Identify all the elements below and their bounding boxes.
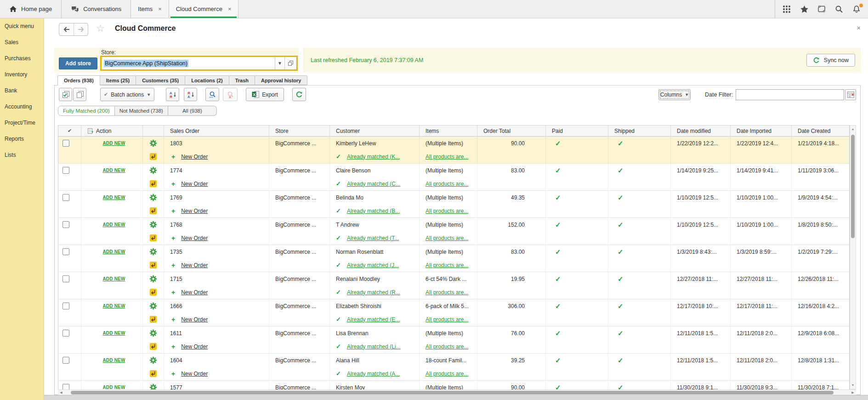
row-checkbox[interactable]: [62, 357, 69, 364]
already-matched-link[interactable]: Already matched (T...: [347, 235, 399, 241]
add-store-button[interactable]: Add store: [59, 57, 97, 69]
row-checkbox[interactable]: [62, 303, 69, 309]
date-filter-input[interactable]: [736, 89, 844, 100]
header-gear[interactable]: [143, 126, 164, 136]
row-checkbox[interactable]: [62, 140, 69, 147]
row-actions-gear-button[interactable]: [149, 194, 157, 201]
add-new-link[interactable]: ADD NEW: [102, 385, 125, 389]
new-order-link[interactable]: New Order: [181, 181, 208, 187]
row-actions-gear-button[interactable]: [149, 356, 157, 364]
already-matched-link[interactable]: Already matched (Li...: [347, 343, 401, 350]
refresh-button[interactable]: [292, 88, 306, 101]
header-customer[interactable]: Customer: [330, 126, 420, 136]
tab-trash[interactable]: Trash: [229, 75, 255, 85]
clear-search-button[interactable]: [223, 88, 238, 101]
header-items[interactable]: Items: [420, 126, 477, 136]
favorite-star-icon[interactable]: ☆: [96, 23, 105, 33]
all-products-link[interactable]: All products are...: [425, 343, 468, 350]
page-close-icon[interactable]: ×: [857, 24, 861, 31]
new-order-link[interactable]: New Order: [181, 343, 208, 350]
header-store[interactable]: Store: [269, 126, 330, 136]
all-products-link[interactable]: All products are...: [425, 208, 468, 214]
apps-grid-button[interactable]: [779, 2, 794, 16]
add-new-link[interactable]: ADD NEW: [102, 141, 125, 146]
already-matched-link[interactable]: Already matched (J...: [347, 262, 399, 269]
export-button[interactable]: X Export: [246, 88, 284, 101]
tab-orders-938[interactable]: Orders (938): [57, 75, 100, 86]
search-rows-button[interactable]: [205, 88, 219, 101]
row-actions-gear-button[interactable]: [149, 221, 157, 229]
select-all-button[interactable]: [59, 88, 72, 101]
sidebar-item-project-time[interactable]: Project/Time: [0, 115, 44, 131]
row-checkbox[interactable]: [62, 194, 69, 201]
new-order-link[interactable]: New Order: [181, 316, 208, 323]
row-checkbox[interactable]: [62, 167, 69, 174]
already-matched-link[interactable]: Already matched (E...: [347, 316, 400, 323]
row-actions-gear-button[interactable]: [149, 166, 157, 174]
open-store-external-button[interactable]: [284, 57, 296, 69]
new-order-link[interactable]: New Order: [181, 208, 208, 214]
store-combobox-value[interactable]: BigCommerce App (ShipStation): [102, 57, 275, 69]
close-tab-icon[interactable]: ×: [158, 6, 162, 12]
vertical-scrollbar[interactable]: ▲ ▼: [850, 125, 856, 389]
all-products-link[interactable]: All products are...: [425, 154, 468, 160]
close-tab-icon[interactable]: ×: [228, 6, 232, 12]
forward-button[interactable]: [74, 23, 88, 35]
back-button[interactable]: [59, 23, 74, 35]
all-products-link[interactable]: All products are...: [425, 289, 468, 296]
header-shipped[interactable]: Shipped: [608, 126, 671, 136]
add-new-link[interactable]: ADD NEW: [102, 195, 125, 200]
row-actions-gear-button[interactable]: [149, 329, 157, 337]
row-checkbox[interactable]: [62, 248, 69, 255]
columns-button[interactable]: Columns ▼: [658, 89, 691, 100]
new-order-link[interactable]: New Order: [181, 371, 208, 377]
all-products-link[interactable]: All products are...: [425, 181, 468, 187]
doc-tab-cloud-commerce[interactable]: Cloud Commerce ×: [169, 0, 239, 18]
row-actions-gear-button[interactable]: [149, 248, 157, 256]
add-new-link[interactable]: ADD NEW: [102, 249, 125, 254]
scroll-down-arrow-icon[interactable]: ▼: [850, 382, 856, 389]
row-checkbox[interactable]: [62, 330, 69, 337]
sidebar-item-bank[interactable]: Bank: [0, 83, 44, 99]
topbar-item-conversations[interactable]: Conversations: [62, 0, 131, 18]
row-checkbox[interactable]: [62, 384, 69, 389]
new-order-link[interactable]: New Order: [181, 235, 208, 241]
add-new-link[interactable]: ADD NEW: [102, 276, 125, 281]
sync-now-button[interactable]: Sync now: [806, 54, 855, 67]
header-action[interactable]: Action: [81, 126, 143, 136]
header-order-total[interactable]: Order Total: [477, 126, 546, 136]
row-checkbox[interactable]: [62, 221, 69, 228]
add-new-link[interactable]: ADD NEW: [102, 358, 125, 363]
already-matched-link[interactable]: Already matched (B...: [347, 208, 400, 214]
sidebar-item-accounting[interactable]: Accounting: [0, 99, 44, 115]
sidebar-item-quick-menu[interactable]: Quick menu: [0, 18, 44, 34]
already-matched-link[interactable]: Already matched (K...: [347, 154, 400, 160]
sort-ascending-button[interactable]: АЯ: [166, 88, 179, 101]
doc-tab-items[interactable]: Items ×: [131, 0, 169, 18]
tab-items-25[interactable]: Items (25): [100, 75, 136, 85]
new-order-link[interactable]: New Order: [181, 262, 208, 269]
sidebar-item-inventory[interactable]: Inventory: [0, 67, 44, 83]
vertical-scrollbar-thumb[interactable]: [851, 135, 855, 238]
sidebar-item-sales[interactable]: Sales: [0, 34, 44, 51]
already-matched-link[interactable]: Already matched (A...: [347, 371, 400, 377]
date-filter-calendar-button[interactable]: [845, 89, 856, 100]
filter-all-938[interactable]: All (938): [168, 106, 217, 116]
all-products-link[interactable]: All products are...: [425, 316, 468, 323]
add-new-link[interactable]: ADD NEW: [102, 331, 125, 336]
tab-customers-35[interactable]: Customers (35): [136, 75, 185, 85]
copy-selection-button[interactable]: [73, 88, 86, 101]
chevron-down-icon[interactable]: ▼: [275, 57, 284, 69]
sort-descending-button[interactable]: ЯА: [184, 88, 197, 101]
all-products-link[interactable]: All products are...: [425, 235, 468, 241]
already-matched-link[interactable]: Already matched (R...: [347, 289, 400, 296]
header-paid[interactable]: Paid: [546, 126, 608, 136]
row-actions-gear-button[interactable]: [149, 302, 157, 310]
add-new-link[interactable]: ADD NEW: [102, 222, 125, 227]
add-new-link[interactable]: ADD NEW: [102, 303, 125, 309]
recent-scroll-button[interactable]: [814, 2, 829, 16]
all-products-link[interactable]: All products are...: [425, 371, 468, 377]
row-actions-gear-button[interactable]: [149, 383, 157, 389]
all-products-link[interactable]: All products are...: [425, 262, 468, 269]
filter-fully-matched-200[interactable]: Fully Matched (200): [58, 106, 115, 116]
